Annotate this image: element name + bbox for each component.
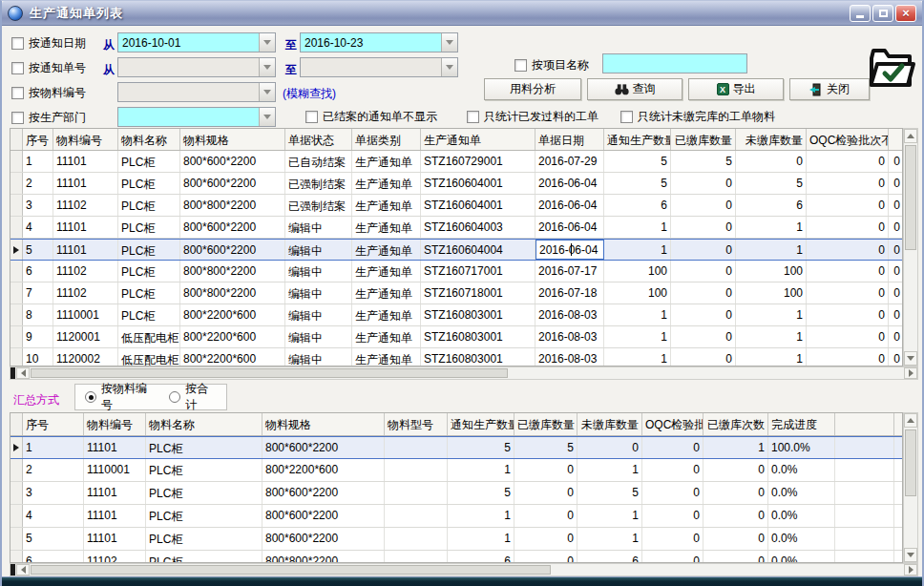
cell[interactable]: 3 [23,195,53,216]
cell[interactable]: 0 [642,459,704,481]
cell[interactable]: 0 [642,528,704,550]
column-header[interactable]: 物料规格 [180,129,285,150]
cell[interactable]: 0 [671,195,736,216]
cell[interactable]: 0 [671,217,736,238]
cell[interactable]: 0 [889,173,902,194]
column-header[interactable]: 单据状态 [285,129,352,150]
cell[interactable]: 800*600*2200 [262,528,385,550]
cell[interactable]: 5 [736,173,807,194]
cell[interactable]: 0 [889,283,902,303]
dropdown-button[interactable] [259,33,275,52]
cell[interactable]: 5 [604,173,671,194]
cell[interactable]: 11101 [53,151,118,172]
title-bar[interactable]: 生产通知单列表 × [2,1,922,26]
column-header[interactable]: 物料名称 [118,129,180,150]
cell[interactable]: 0 [704,551,768,563]
cell[interactable] [835,505,894,527]
cell[interactable]: 11102 [53,261,118,282]
cell[interactable]: 1 [604,304,671,325]
radio-by-total[interactable]: 按合计 [169,381,217,413]
cell[interactable]: 800*800*2200 [180,261,285,282]
cell[interactable]: 0 [578,437,642,458]
column-header[interactable]: 已缴库数量 [671,129,736,150]
cell[interactable]: 2016-06-04 [536,240,604,260]
cell[interactable]: 5 [671,151,736,172]
cell[interactable]: 11101 [84,505,146,527]
close-form-button[interactable]: 关闭 [789,78,870,100]
column-header[interactable]: 通知生产数量 [448,413,514,435]
cell[interactable]: 已强制结案 [285,195,352,216]
cell[interactable]: 800*600*2200 [180,240,285,260]
cell[interactable]: 1 [448,459,514,481]
cell[interactable]: STZ160604001 [421,173,536,194]
cell[interactable]: 800*800*2200 [180,195,285,216]
cell[interactable]: 2016-07-18 [536,283,604,303]
cell[interactable]: 0 [889,326,902,347]
column-header[interactable]: 序号 [23,129,53,150]
notify-no-to-combobox[interactable] [300,57,458,77]
cell[interactable] [835,551,894,563]
only-unfinished-checkbox[interactable]: 只统计未缴完库的工单物料 [620,109,775,125]
project-name-input[interactable] [602,53,747,73]
cell[interactable]: 1 [604,326,671,347]
scrollbar-thumb[interactable] [905,145,916,250]
cell[interactable]: 1110001 [84,459,146,481]
cell[interactable]: 低压配电柜 [118,348,180,366]
cell[interactable]: 1 [23,151,53,172]
cell[interactable]: 100 [736,261,807,282]
cell[interactable]: 11101 [53,173,118,194]
filter-by-notify-no-checkbox[interactable]: 按通知单号 [11,60,86,76]
cell[interactable]: 4 [23,217,53,238]
cell[interactable] [835,437,894,458]
table-row[interactable]: 411101PLC柜800*600*2200101000.0% [10,505,902,528]
cell[interactable]: 生产通知单 [352,151,421,172]
cell[interactable]: 0 [807,304,889,325]
column-header[interactable]: 物料型号 [385,413,448,435]
cell[interactable]: 11101 [84,482,146,504]
maximize-button[interactable] [872,5,893,22]
cell[interactable]: 800*600*2200 [180,151,285,172]
cell[interactable]: 0 [704,505,768,527]
material-no-combobox[interactable] [117,82,276,102]
cell[interactable]: 1 [704,437,768,458]
cell[interactable]: PLC柜 [118,151,180,172]
hide-closed-checkbox[interactable]: 已结案的通知单不显示 [305,109,437,125]
table-row[interactable]: 101120002低压配电柜800*2200*600编辑中生产通知单STZ160… [10,348,902,366]
cell[interactable]: 0 [514,551,578,563]
cell[interactable]: 11101 [84,528,146,550]
cell[interactable]: 100 [736,283,807,303]
table-row[interactable]: 21110001PLC柜800*2200*600101000.0% [10,459,902,482]
cell[interactable]: 0 [514,505,578,527]
table-row[interactable]: 511101PLC柜800*600*2200编辑中生产通知单STZ1606040… [10,239,902,261]
column-header[interactable]: 单据类别 [352,129,421,150]
scrollbar-thumb[interactable] [31,565,551,575]
cell[interactable]: 2016-06-04 [536,195,604,216]
table-row[interactable]: 511101PLC柜800*600*2200101000.0% [10,528,902,551]
cell[interactable]: 1 [578,459,642,481]
cell[interactable] [835,528,894,550]
close-button[interactable]: × [895,5,916,22]
cell[interactable]: 6 [23,551,84,563]
scrollbar-thumb[interactable] [905,429,916,496]
cell[interactable]: 1 [578,528,642,550]
cell[interactable]: 0 [704,459,768,481]
cell[interactable]: 1 [736,217,807,238]
cell[interactable]: 7 [23,283,53,303]
cell[interactable]: 800*600*2200 [180,217,285,238]
cell[interactable]: 0.0% [768,528,835,550]
cell[interactable]: 1 [736,348,807,366]
cell[interactable]: 0 [642,505,704,527]
cell[interactable]: 0 [807,240,889,260]
cell[interactable]: 800*2200*600 [180,348,285,366]
column-header[interactable]: OQC检验批次 [642,413,704,435]
cell[interactable]: 0 [514,482,578,504]
filter-by-material-checkbox[interactable]: 按物料编号 [11,85,86,101]
cell[interactable]: STZ160604003 [421,217,536,238]
cell[interactable]: 低压配电柜 [118,326,180,347]
scroll-left-button[interactable] [16,564,30,576]
cell[interactable]: 0 [807,195,889,216]
cell[interactable]: 0 [889,151,902,172]
cell[interactable]: 1 [448,528,514,550]
material-analysis-button[interactable]: 用料分析 [484,78,581,100]
cell[interactable]: STZ160718001 [421,283,536,303]
